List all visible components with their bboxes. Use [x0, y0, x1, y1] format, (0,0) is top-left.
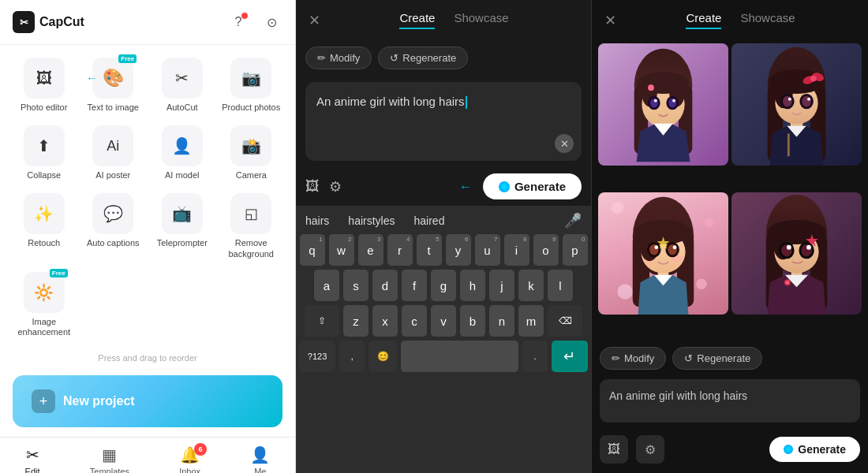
key-period[interactable]: .: [522, 341, 548, 372]
close-button[interactable]: ✕: [309, 12, 320, 29]
key-d[interactable]: d: [372, 270, 398, 301]
right-generate-button[interactable]: Generate: [769, 437, 860, 462]
image-cell-2[interactable]: [731, 43, 862, 166]
tool-product-photos[interactable]: 📷 Product photos: [220, 54, 283, 116]
remove-bg-icon-box: ◱: [230, 193, 271, 234]
right-modify-button[interactable]: ✏ Modify: [600, 347, 666, 370]
key-t[interactable]: t5: [417, 234, 442, 266]
key-k[interactable]: k: [518, 270, 544, 301]
tool-teleprompter[interactable]: 📺 Teleprompter: [151, 190, 214, 262]
image-cell-3[interactable]: [598, 192, 728, 315]
key-u[interactable]: u7: [475, 234, 500, 266]
mic-icon[interactable]: 🎤: [564, 212, 582, 229]
key-enter[interactable]: ↵: [552, 341, 588, 372]
tool-collapse[interactable]: ⬆ Collapse: [13, 122, 76, 184]
right-tab-showcase[interactable]: Showcase: [740, 11, 795, 29]
image-cell-4[interactable]: [731, 192, 862, 315]
key-o[interactable]: o9: [533, 234, 559, 266]
key-z[interactable]: z: [343, 305, 369, 337]
right-close-button[interactable]: ✕: [604, 12, 616, 29]
right-regenerate-button[interactable]: ↺ Regenerate: [672, 347, 762, 370]
key-comma[interactable]: ,: [339, 341, 365, 372]
right-sliders-icon[interactable]: ⚙: [636, 435, 664, 464]
nav-inbox[interactable]: 🔔 6 Inbox: [179, 445, 200, 473]
image-cell-1[interactable]: [598, 43, 728, 166]
tool-autocut[interactable]: ✂ AutoCut: [151, 54, 214, 116]
image-enhancement-icon: 🔆: [34, 283, 54, 302]
modify-button[interactable]: ✏ Modify: [305, 47, 372, 69]
suggestion-hairs[interactable]: hairs: [305, 214, 329, 227]
key-num[interactable]: ?123: [299, 341, 335, 372]
image-insert-icon[interactable]: 🖼: [305, 178, 320, 196]
key-m[interactable]: m: [518, 305, 544, 337]
prompt-area[interactable]: An anime girl with long hairs ✕: [305, 82, 582, 161]
key-y[interactable]: y6: [446, 234, 471, 266]
plus-icon: +: [32, 389, 55, 413]
key-w[interactable]: w2: [329, 234, 354, 266]
toolbar-icons: 🖼 ⚙: [305, 178, 342, 196]
key-p[interactable]: p0: [563, 234, 588, 266]
key-b[interactable]: b: [460, 305, 485, 337]
right-toolbar-icons: 🖼 ⚙: [600, 435, 664, 464]
tool-photo-editor[interactable]: 🖼 Photo editor: [13, 54, 76, 116]
tool-remove-bg[interactable]: ◱ Remove background: [220, 190, 283, 262]
key-e[interactable]: e3: [358, 234, 383, 266]
right-modify-icon: ✏: [612, 352, 620, 364]
svg-point-64: [787, 244, 791, 249]
key-j[interactable]: j: [489, 270, 514, 301]
svg-point-35: [696, 278, 707, 289]
svg-point-13: [672, 99, 675, 102]
svg-point-34: [617, 284, 632, 299]
nav-templates[interactable]: ▦ Templates: [90, 445, 129, 473]
nav-me[interactable]: 👤 Me: [250, 445, 270, 473]
clear-button[interactable]: ✕: [555, 134, 574, 153]
generate-button[interactable]: ← Generate: [483, 173, 582, 199]
regenerate-button[interactable]: ↺ Regenerate: [378, 47, 468, 69]
key-shift[interactable]: ⇧: [305, 305, 339, 337]
key-v[interactable]: v: [431, 305, 456, 337]
tool-ai-model[interactable]: 👤 AI model: [151, 122, 214, 184]
new-project-button[interactable]: + New project: [13, 375, 282, 427]
tab-create[interactable]: Create: [399, 11, 435, 29]
key-h[interactable]: h: [460, 270, 485, 301]
key-r[interactable]: r4: [387, 234, 413, 266]
tool-camera[interactable]: 📸 Camera: [220, 122, 283, 184]
key-x[interactable]: x: [372, 305, 398, 337]
key-g[interactable]: g: [431, 270, 456, 301]
teleprompter-icon-box: 📺: [162, 193, 203, 234]
key-a[interactable]: a: [314, 270, 339, 301]
suggestion-haired[interactable]: haired: [414, 214, 445, 227]
photo-editor-icon: 🖼: [36, 69, 52, 88]
right-panel: ✕ Create Showcase: [592, 0, 868, 473]
tab-showcase[interactable]: Showcase: [454, 11, 508, 29]
product-photos-icon: 📷: [241, 69, 261, 88]
right-action-buttons: ✏ Modify ↺ Regenerate: [592, 341, 868, 376]
sliders-icon[interactable]: ⚙: [329, 178, 342, 196]
ai-poster-icon: Ai: [107, 138, 119, 155]
help-button[interactable]: ?: [227, 11, 249, 33]
key-emoji[interactable]: 😊: [369, 341, 397, 372]
tool-ai-poster[interactable]: Ai AI poster: [82, 122, 145, 184]
key-s[interactable]: s: [343, 270, 369, 301]
right-tab-create[interactable]: Create: [686, 11, 721, 29]
tool-image-enhancement[interactable]: Free 🔆 Image enhancement: [13, 269, 76, 341]
right-image-insert-icon[interactable]: 🖼: [600, 435, 628, 464]
key-c[interactable]: c: [402, 305, 427, 337]
tool-auto-captions[interactable]: 💬 Auto captions: [82, 190, 145, 262]
camera-button[interactable]: ⊙: [260, 11, 282, 33]
tool-text-to-image[interactable]: Free 🎨 ← Text to image: [82, 54, 145, 116]
camera-tool-icon: 📸: [241, 136, 261, 155]
key-i[interactable]: i8: [504, 234, 529, 266]
text-to-image-label: Text to image: [88, 102, 139, 113]
suggestion-hairstyles[interactable]: hairstyles: [348, 214, 395, 227]
key-backspace[interactable]: ⌫: [548, 305, 582, 337]
key-n[interactable]: n: [489, 305, 514, 337]
key-f[interactable]: f: [402, 270, 427, 301]
svg-point-30: [807, 98, 810, 101]
nav-edit[interactable]: ✂ Edit: [25, 445, 40, 473]
key-l[interactable]: l: [548, 270, 573, 301]
key-space[interactable]: [401, 341, 518, 372]
key-q[interactable]: q1: [300, 234, 325, 266]
tool-retouch[interactable]: ✨ Retouch: [13, 190, 76, 262]
inbox-nav-label: Inbox: [179, 467, 200, 473]
